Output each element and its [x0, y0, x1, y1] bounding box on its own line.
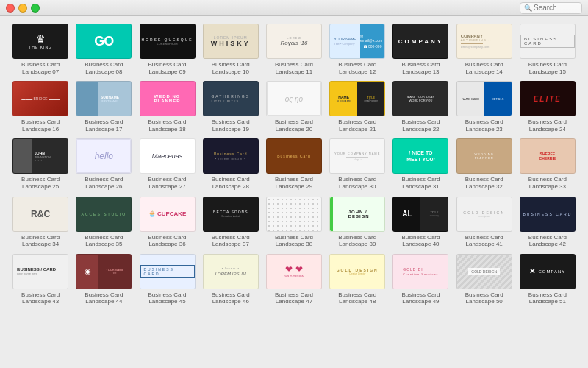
card-thumb-13[interactable]: COMPANY	[392, 24, 448, 59]
card-item-10: LOREM IPSUM WHISKY Business Card Landsca…	[201, 24, 260, 75]
card-thumb-09[interactable]: HORSE QUESQUE LOREM IPSUM	[140, 24, 196, 59]
card-thumb-50[interactable]: GOLD DESIGN	[456, 254, 512, 289]
card-thumb-37[interactable]: BECCA SOONS Creative Artist	[203, 197, 259, 232]
card-thumb-26[interactable]: hello	[76, 138, 132, 174]
card-thumb-23[interactable]: NAME CARD DETAILS	[456, 81, 512, 116]
card-label-26: Business Card Landscape 26	[75, 176, 132, 190]
window-controls	[6, 4, 40, 13]
search-input[interactable]	[534, 4, 578, 12]
card-item-09: HORSE QUESQUE LOREM IPSUM Business Card …	[137, 24, 196, 75]
card-item-15: BUSINESS CARD Business Card Landscape 15	[518, 24, 577, 75]
card-label-41: Business Card Landscape 41	[456, 234, 513, 248]
card-item-21: NAME SURNAME TITLE email • phone Busines…	[328, 81, 387, 132]
card-label-37: Business Card Landscape 37	[202, 234, 259, 248]
card-thumb-39[interactable]: JOHN /DESIGN	[329, 197, 385, 232]
card-label-20: Business Card Landscape 20	[265, 118, 323, 132]
card-thumb-24[interactable]: ELITE	[520, 81, 576, 116]
card-thumb-40[interactable]: AL TITLE company	[392, 197, 448, 232]
card-thumb-30[interactable]: YOUR COMPANY NAME ∧ logo ∧	[329, 138, 385, 174]
card-item-11: LOREM Royals '16 Business Card Landscape…	[265, 24, 323, 75]
card-label-48: Business Card Landscape 48	[329, 291, 386, 305]
card-item-27: Maecenas Business Card Landscape 27	[137, 138, 196, 190]
card-thumb-15[interactable]: BUSINESS CARD	[520, 24, 576, 59]
search-box[interactable]: 🔍	[520, 2, 582, 14]
card-thumb-10[interactable]: LOREM IPSUM WHISKY	[203, 24, 259, 59]
card-thumb-32[interactable]: WEDDINGPLANNER	[456, 138, 512, 174]
card-thumb-41[interactable]: GOLD DESIGN • lorem ipsum •	[456, 197, 512, 232]
card-item-32: WEDDINGPLANNER Business Card Landscape 3…	[455, 138, 514, 190]
card-item-30: YOUR COMPANY NAME ∧ logo ∧ Business Card…	[328, 138, 387, 190]
card-item-20: ος ηο Business Card Landscape 20	[265, 81, 323, 132]
card-thumb-45[interactable]: BUSINESS CARD	[140, 254, 196, 289]
card-item-49: GOLD BICreative Services Business Card L…	[391, 254, 450, 305]
card-item-28: Business Card• lorem ipsum • Business Ca…	[201, 138, 260, 190]
card-thumb-33[interactable]: SHEREECHERRIE	[520, 138, 576, 174]
card-thumb-18[interactable]: WEDDINGPLANNER	[140, 81, 196, 116]
card-item-24: ELITE Business Card Landscape 24	[518, 81, 577, 132]
card-thumb-14[interactable]: COMPANY ADVISORING ••• lorem@company.com	[456, 24, 512, 59]
card-item-45: BUSINESS CARD Business Card Landscape 45	[137, 254, 196, 305]
card-item-22: MAKE YOUR IDEASWORK FOR YOU Business Car…	[391, 81, 450, 132]
card-thumb-51[interactable]: ✕ COMPANY	[520, 254, 576, 289]
card-thumb-29[interactable]: Business Card	[266, 138, 322, 174]
card-label-46: Business Card Landscape 46	[202, 291, 259, 305]
card-label-35: Business Card Landscape 35	[75, 234, 132, 248]
minimize-button[interactable]	[18, 4, 27, 13]
card-item-43: BUSINESS / CARD your name here Business …	[11, 254, 70, 305]
card-thumb-28[interactable]: Business Card• lorem ipsum •	[203, 138, 259, 174]
card-label-34: Business Card Landscape 34	[12, 234, 69, 248]
card-label-22: Business Card Landscape 22	[392, 118, 449, 132]
card-thumb-16[interactable]: ▬▬▬ BRIDGE ▬▬▬	[12, 81, 68, 116]
card-thumb-44[interactable]: ◉ YOUR NAME title	[76, 254, 132, 289]
card-label-40: Business Card Landscape 40	[392, 234, 449, 248]
card-item-08: GO Business Card Landscape 08	[74, 24, 133, 75]
card-item-46: • lorem • LOREM IPSUM Business Card Land…	[201, 254, 260, 305]
card-label-24: Business Card Landscape 24	[519, 118, 576, 132]
card-item-23: NAME CARD DETAILS Business Card Landscap…	[455, 81, 514, 132]
card-thumb-34[interactable]: R&C	[12, 197, 68, 232]
card-label-33: Business Card Landscape 33	[519, 176, 576, 190]
card-item-13: COMPANY Business Card Landscape 13	[391, 24, 450, 75]
card-thumb-47[interactable]: ❤ ❤ GOLD DESIGN	[266, 254, 322, 289]
card-thumb-11[interactable]: LOREM Royals '16	[266, 24, 322, 59]
card-thumb-17[interactable]: SURNAME FIRSTNAME	[76, 81, 132, 116]
card-thumb-20[interactable]: ος ηο	[266, 81, 322, 116]
card-label-39: Business Card Landscape 39	[329, 234, 386, 248]
card-label-18: Business Card Landscape 18	[139, 118, 196, 132]
card-label-36: Business Card Landscape 36	[139, 234, 196, 248]
card-label-17: Business Card Landscape 17	[75, 118, 132, 132]
card-label-07: Business Card Landscape 07	[12, 61, 69, 75]
template-grid: ♛ THE KING Business Card Landscape 07 GO…	[11, 24, 577, 305]
card-thumb-12[interactable]: YOUR NAMETitle • Company ✉ email@x.com ☎…	[329, 24, 385, 59]
card-item-39: JOHN /DESIGN Business Card Landscape 39	[328, 197, 387, 248]
card-thumb-48[interactable]: GOLD DESIGN Creative Director	[329, 254, 385, 289]
card-thumb-42[interactable]: BUSINESS CARD	[520, 197, 576, 232]
card-item-37: BECCA SOONS Creative Artist Business Car…	[201, 197, 260, 248]
card-item-07: ♛ THE KING Business Card Landscape 07	[11, 24, 70, 75]
close-button[interactable]	[6, 4, 15, 13]
card-item-16: ▬▬▬ BRIDGE ▬▬▬ Business Card Landscape 1…	[11, 81, 70, 132]
card-label-11: Business Card Landscape 11	[265, 61, 323, 75]
card-thumb-46[interactable]: • lorem • LOREM IPSUM	[203, 254, 259, 289]
card-label-15: Business Card Landscape 15	[519, 61, 576, 75]
card-thumb-49[interactable]: GOLD BICreative Services	[392, 254, 448, 289]
card-thumb-27[interactable]: Maecenas	[140, 138, 196, 174]
card-label-08: Business Card Landscape 08	[75, 61, 132, 75]
card-item-40: AL TITLE company Business Card Landscape…	[391, 197, 450, 248]
card-label-42: Business Card Landscape 42	[519, 234, 576, 248]
card-item-14: COMPANY ADVISORING ••• lorem@company.com…	[455, 24, 514, 75]
card-thumb-35[interactable]: ACCES STUDIO	[76, 197, 132, 232]
maximize-button[interactable]	[31, 4, 40, 13]
card-thumb-08[interactable]: GO	[76, 24, 132, 59]
card-thumb-21[interactable]: NAME SURNAME TITLE email • phone	[329, 81, 385, 116]
card-item-25: JOHN JOHNSTON ✦ ✦ ✦ Business Card Landsc…	[11, 138, 70, 190]
card-thumb-07[interactable]: ♛ THE KING	[12, 24, 68, 59]
card-thumb-25[interactable]: JOHN JOHNSTON ✦ ✦ ✦	[12, 138, 68, 174]
card-thumb-38[interactable]	[266, 197, 322, 232]
card-thumb-43[interactable]: BUSINESS / CARD your name here	[12, 254, 68, 289]
card-item-19: GATHERINGSLITTLE BITES Business Card Lan…	[201, 81, 260, 132]
card-thumb-36[interactable]: 🧁 CUPCAKE	[140, 197, 196, 232]
card-thumb-19[interactable]: GATHERINGSLITTLE BITES	[203, 81, 259, 116]
card-thumb-31[interactable]: / NICE TOMEET YOU/	[392, 138, 448, 174]
card-thumb-22[interactable]: MAKE YOUR IDEASWORK FOR YOU	[392, 81, 448, 116]
